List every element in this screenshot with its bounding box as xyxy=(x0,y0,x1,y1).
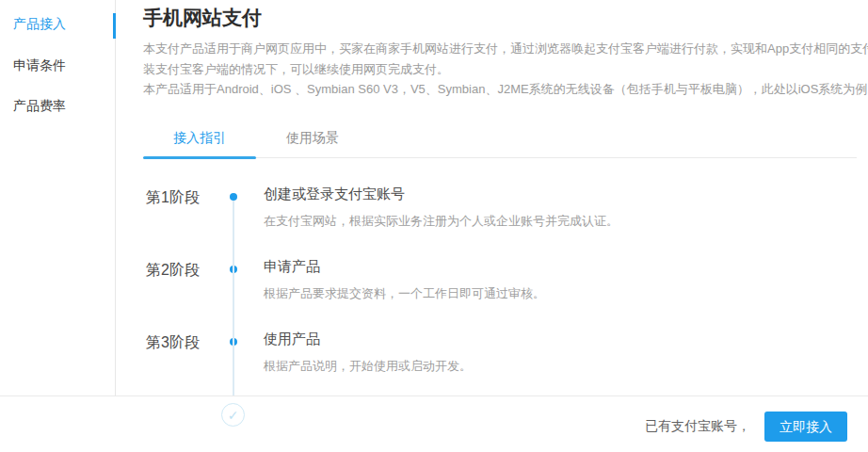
sidebar-item-product-rates[interactable]: 产品费率 xyxy=(13,98,66,115)
stage-title: 申请产品 xyxy=(264,258,320,276)
stage-label: 第2阶段 xyxy=(146,261,200,281)
footer-divider xyxy=(0,396,868,396)
sidebar-item-product-access[interactable]: 产品接入 xyxy=(13,16,66,33)
tab-bar: 接入指引 使用场景 xyxy=(143,119,857,158)
stage-label: 第3阶段 xyxy=(146,333,200,353)
connect-now-button[interactable]: 立即接入 xyxy=(764,412,847,442)
stage-label: 第1阶段 xyxy=(146,188,200,208)
sidebar-active-indicator xyxy=(113,13,116,39)
sidebar-divider xyxy=(115,0,116,396)
description-line: 本产品适用于Android、iOS 、Symbian S60 V3，V5、Sym… xyxy=(143,79,868,100)
stage-timeline: 第1阶段 创建或登录支付宝账号 在支付宝网站，根据实际业务注册为个人或企业账号并… xyxy=(143,181,802,398)
stage-row-2: 第2阶段 申请产品 根据产品要求提交资料，一个工作日即可通过审核。 xyxy=(143,253,802,326)
tab-usage-scenario[interactable]: 使用场景 xyxy=(256,119,369,157)
sidebar-item-apply-conditions[interactable]: 申请条件 xyxy=(13,57,66,74)
stage-row-1: 第1阶段 创建或登录支付宝账号 在支付宝网站，根据实际业务注册为个人或企业账号并… xyxy=(143,181,802,253)
check-circle-icon: ✓ xyxy=(221,403,245,427)
stage-title: 使用产品 xyxy=(264,331,320,348)
timeline-dot-icon xyxy=(230,193,237,201)
stage-description: 根据产品说明，开始使用或启动开发。 xyxy=(264,358,472,375)
stage-row-3: 第3阶段 使用产品 根据产品说明，开始使用或启动开发。 xyxy=(143,326,802,398)
product-description: 本支付产品适用于商户网页应用中，买家在商家手机网站进行支付，通过浏览器唤起支付宝… xyxy=(143,39,868,100)
timeline-vertical-line xyxy=(233,201,234,396)
stage-title: 创建或登录支付宝账号 xyxy=(264,186,405,203)
stage-description: 根据产品要求提交资料，一个工作日即可通过审核。 xyxy=(264,285,545,302)
description-line: 本支付产品适用于商户网页应用中，买家在商家手机网站进行支付，通过浏览器唤起支付宝… xyxy=(143,39,868,59)
main-content: 手机网站支付 本支付产品适用于商户网页应用中，买家在商家手机网站进行支付，通过浏… xyxy=(143,0,868,396)
description-line: 装支付宝客户端的情况下，可以继续使用网页完成支付。 xyxy=(143,59,868,80)
stage-description: 在支付宝网站，根据实际业务注册为个人或企业账号并完成认证。 xyxy=(264,213,619,230)
sidebar: 产品接入 申请条件 产品费率 xyxy=(0,0,116,396)
page-title: 手机网站支付 xyxy=(143,5,262,31)
footer-actions: 已有支付宝账号， 立即接入 xyxy=(645,412,847,442)
existing-account-text: 已有支付宝账号， xyxy=(645,418,750,435)
tab-access-guide[interactable]: 接入指引 xyxy=(143,119,256,157)
